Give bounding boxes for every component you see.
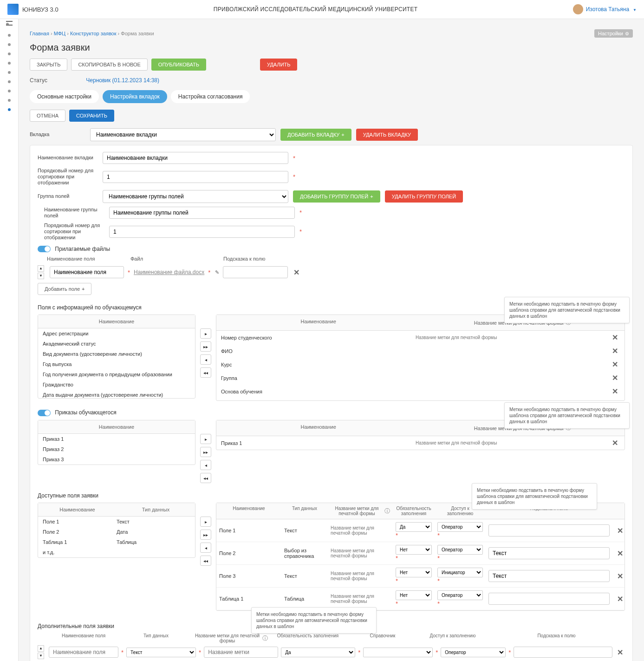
add-attach-field-button[interactable]: Добавить поле + — [38, 283, 91, 295]
group-order-input[interactable] — [109, 226, 295, 238]
required-select[interactable]: Нет — [396, 590, 432, 600]
nav-dot[interactable] — [8, 62, 11, 65]
menu-icon[interactable] — [6, 23, 13, 27]
remove-button[interactable]: ✕ — [610, 347, 620, 355]
move-down-button[interactable]: ▼ — [38, 653, 44, 659]
attach-hint-input[interactable] — [223, 266, 288, 278]
nav-dot[interactable] — [8, 99, 11, 102]
hint-input[interactable] — [488, 570, 610, 582]
move-right-all-button[interactable]: ▸▸ — [200, 341, 211, 352]
ref-select[interactable] — [363, 648, 433, 657]
nav-dot[interactable] — [8, 71, 11, 74]
list-item[interactable]: Поле 1Текст — [38, 517, 195, 527]
remove-button[interactable]: ✕ — [615, 648, 625, 657]
required-select[interactable]: Нет — [396, 545, 432, 555]
type-select[interactable]: Текст — [126, 648, 196, 657]
access-select[interactable]: Оператор — [437, 545, 483, 555]
nav-dot[interactable] — [8, 80, 11, 83]
required-select[interactable]: Да — [281, 648, 355, 657]
settings-button[interactable]: Настройки — [594, 29, 633, 38]
access-select[interactable]: Оператор — [441, 648, 506, 657]
remove-button[interactable]: ✕ — [610, 360, 620, 369]
list-item[interactable]: Приказ 3 — [38, 454, 195, 465]
move-left-button[interactable]: ◂ — [200, 543, 211, 553]
move-right-button[interactable]: ▸ — [200, 328, 211, 339]
list-item[interactable]: Адрес регистрации — [38, 328, 195, 339]
required-select[interactable]: Нет — [396, 568, 432, 577]
tab-approval[interactable]: Настройка согласования — [171, 90, 250, 103]
remove-button[interactable]: ✕ — [615, 527, 625, 535]
hint-input[interactable] — [488, 547, 610, 559]
hint-input[interactable] — [514, 647, 612, 658]
list-item[interactable]: Приказ 1 — [38, 434, 195, 444]
remove-button[interactable]: ✕ — [615, 595, 625, 603]
name-input[interactable] — [49, 647, 118, 658]
delete-group-button[interactable]: УДАЛИТЬ ГРУППУ ПОЛЕЙ — [385, 190, 463, 203]
edit-icon[interactable] — [214, 269, 219, 275]
breadcrumb-mfc[interactable]: МФЦ — [54, 31, 66, 36]
move-up-button[interactable]: ▲ — [38, 265, 44, 272]
nav-dot[interactable] — [8, 52, 11, 55]
orders-toggle[interactable] — [38, 410, 51, 416]
add-group-button[interactable]: ДОБАВИТЬ ГРУППУ ПОЛЕЙ + — [293, 190, 380, 203]
required-select[interactable]: Да — [396, 522, 432, 532]
access-select[interactable]: Оператор — [437, 522, 483, 532]
group-select[interactable]: Наименование группы полей — [103, 190, 288, 203]
list-item[interactable]: Вид документа (удостоверение личности) — [38, 349, 195, 359]
remove-button[interactable]: ✕ — [610, 373, 620, 382]
move-left-button[interactable]: ◂ — [200, 354, 211, 365]
tab-name-input[interactable] — [103, 152, 288, 164]
label-input[interactable] — [204, 647, 278, 658]
list-item[interactable]: Таблица 1Таблица — [38, 537, 195, 547]
list-item[interactable]: и т.д. — [38, 547, 195, 557]
remove-attach-button[interactable]: ✕ — [292, 268, 301, 277]
add-tab-button[interactable]: ДОБАВИТЬ ВКЛАДКУ + — [280, 129, 351, 141]
tab-main[interactable]: Основные настройки — [30, 90, 99, 103]
access-select[interactable]: Оператор — [437, 590, 483, 600]
list-item[interactable]: Гражданство — [38, 380, 195, 390]
copy-button[interactable]: СКОПИРОВАТЬ В НОВОЕ — [71, 59, 147, 71]
info-icon[interactable] — [262, 635, 268, 642]
list-item[interactable]: Год выпуска — [38, 359, 195, 369]
tab-order-input[interactable] — [103, 171, 288, 183]
attach-name-input[interactable] — [50, 266, 124, 278]
list-item[interactable]: Приказ 2 — [38, 444, 195, 454]
cancel-button[interactable]: ОТМЕНА — [30, 110, 65, 122]
attach-toggle[interactable] — [38, 246, 51, 252]
list-item[interactable]: Поле 2Дата — [38, 527, 195, 537]
breadcrumb-builder[interactable]: Конструктор заявок — [70, 31, 117, 36]
list-item[interactable]: Дата выдачи документа (удостоверение лич… — [38, 390, 195, 398]
move-left-all-button[interactable]: ◂◂ — [200, 367, 211, 378]
nav-dot[interactable] — [8, 43, 11, 46]
move-right-button[interactable]: ▸ — [200, 517, 211, 527]
remove-button[interactable]: ✕ — [615, 572, 625, 580]
save-button[interactable]: СОХРАНИТЬ — [69, 110, 114, 122]
access-select[interactable]: Инициатор — [437, 568, 483, 577]
close-button[interactable]: ЗАКРЫТЬ — [30, 59, 67, 71]
publish-button[interactable]: ОПУБЛИКОВАТЬ — [151, 59, 206, 71]
move-right-all-button[interactable]: ▸▸ — [200, 530, 211, 540]
info-icon[interactable] — [384, 507, 390, 515]
remove-button[interactable]: ✕ — [610, 333, 620, 342]
move-right-all-button[interactable]: ▸▸ — [200, 447, 211, 457]
remove-button[interactable]: ✕ — [610, 387, 620, 396]
hint-input[interactable] — [488, 524, 610, 537]
remove-button[interactable]: ✕ — [610, 438, 620, 447]
tab-select[interactable]: Наименование вкладки — [90, 128, 276, 141]
user-menu[interactable]: Изотова Татьяна — [573, 4, 637, 14]
move-down-button[interactable]: ▼ — [38, 273, 44, 279]
move-right-button[interactable]: ▸ — [200, 434, 211, 444]
delete-button[interactable]: УДАЛИТЬ — [260, 59, 298, 71]
nav-dot[interactable] — [8, 90, 11, 92]
move-up-button[interactable]: ▲ — [38, 645, 44, 652]
move-left-all-button[interactable]: ◂◂ — [200, 556, 211, 566]
tab-tabs[interactable]: Настройка вкладок — [103, 90, 167, 103]
hint-input[interactable] — [488, 593, 610, 605]
breadcrumb-home[interactable]: Главная — [30, 31, 49, 36]
move-left-all-button[interactable]: ◂◂ — [200, 473, 211, 483]
attach-file-link[interactable]: Наименование файла.docx — [134, 269, 204, 275]
delete-tab-button[interactable]: УДАЛИТЬ ВКЛАДКУ — [356, 129, 418, 141]
remove-button[interactable]: ✕ — [615, 550, 625, 557]
list-item[interactable]: Академический статус — [38, 339, 195, 349]
nav-dot[interactable] — [8, 34, 11, 37]
